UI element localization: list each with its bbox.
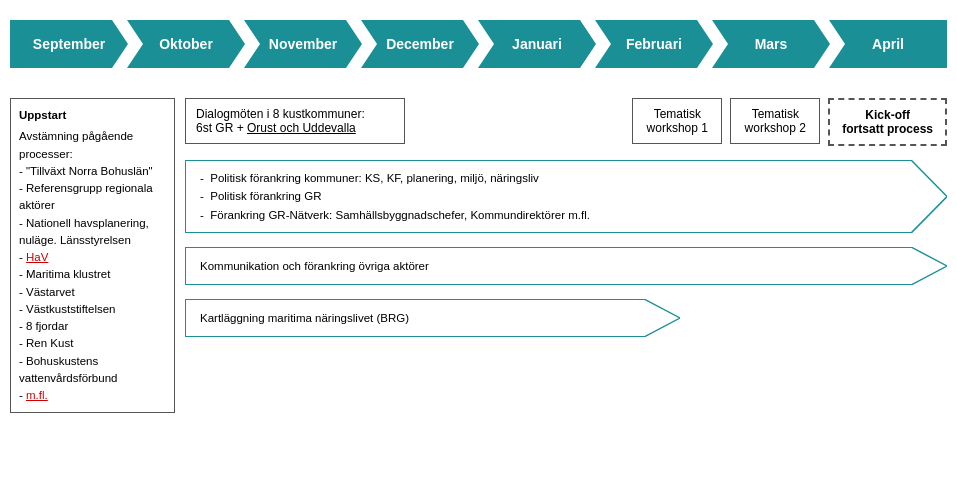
- arrow1-svg: [911, 160, 947, 233]
- left-box-item-1: - Referensgrupp regionala aktörer: [19, 180, 166, 215]
- timeline-item-april: April: [829, 20, 947, 68]
- workshop1-line1: Tematisk: [645, 107, 709, 121]
- timeline-item-oktober: Oktober: [127, 20, 245, 68]
- left-box-item-3: - HaV: [19, 249, 166, 266]
- workshop1-box: Tematisk workshop 1: [632, 98, 722, 144]
- timeline-item-februari: Februari: [595, 20, 713, 68]
- arrow3: Kartläggning maritima näringslivet (BRG): [185, 299, 680, 337]
- left-box-item-4: - Maritima klustret: [19, 266, 166, 283]
- arrow1-item2: - Förankring GR-Nätverk: Samhällsbyggnad…: [200, 206, 897, 224]
- workshop2-line1: Tematisk: [743, 107, 807, 121]
- left-box: Uppstart Avstämning pågående processer: …: [10, 98, 175, 413]
- left-box-item-8: - Ren Kust: [19, 335, 166, 352]
- workshop2-line2: workshop 2: [743, 121, 807, 135]
- right-content: Dialogmöten i 8 kustkommuner: 6st GR + O…: [185, 98, 947, 341]
- timeline-item-december: December: [361, 20, 479, 68]
- arrow1-point: [911, 160, 947, 233]
- timeline-item-november: November: [244, 20, 362, 68]
- arrow2: Kommunikation och förankring övriga aktö…: [185, 247, 947, 285]
- workshop2-box: Tematisk workshop 2: [730, 98, 820, 144]
- arrow2-svg: [911, 247, 947, 285]
- arrow1-item0: - Politisk förankring kommuner: KS, KF, …: [200, 169, 897, 187]
- kickoff-line2: fortsatt process: [842, 122, 933, 136]
- dialog-line2: 6st GR + Orust och Uddevalla: [196, 121, 394, 135]
- left-box-item-0: - "Tillväxt Norra Bohuslän": [19, 163, 166, 180]
- arrow1-item1: - Politisk förankring GR: [200, 187, 897, 205]
- left-box-item-7: - 8 fjordar: [19, 318, 166, 335]
- arrow2-body: Kommunikation och förankring övriga aktö…: [185, 247, 911, 285]
- left-box-item-10: - m.fl.: [19, 387, 166, 404]
- dialog-box: Dialogmöten i 8 kustkommuner: 6st GR + O…: [185, 98, 405, 144]
- workshop1-line2: workshop 1: [645, 121, 709, 135]
- timeline-container: September Oktober November December Janu…: [0, 0, 957, 78]
- left-box-item-6: - Västkuststiftelsen: [19, 301, 166, 318]
- left-box-title: Uppstart: [19, 107, 166, 124]
- left-box-subtitle: Avstämning pågående processer:: [19, 128, 166, 163]
- arrow3-point: [644, 299, 680, 337]
- left-box-item-9: - Bohuskustens vattenvårdsförbund: [19, 353, 166, 388]
- arrow1: - Politisk förankring kommuner: KS, KF, …: [185, 160, 947, 233]
- arrow1-body: - Politisk förankring kommuner: KS, KF, …: [185, 160, 911, 233]
- timeline: September Oktober November December Janu…: [10, 20, 947, 68]
- kickoff-line1: Kick-off: [842, 108, 933, 122]
- timeline-item-september: September: [10, 20, 128, 68]
- hav-link[interactable]: HaV: [26, 251, 48, 263]
- arrow2-point: [911, 247, 947, 285]
- arrow2-text: Kommunikation och förankring övriga aktö…: [200, 257, 429, 275]
- arrow3-body: Kartläggning maritima näringslivet (BRG): [185, 299, 644, 337]
- arrow3-text: Kartläggning maritima näringslivet (BRG): [200, 309, 409, 327]
- dialog-line1: Dialogmöten i 8 kustkommuner:: [196, 107, 394, 121]
- kickoff-box: Kick-off fortsatt process: [828, 98, 947, 146]
- timeline-item-januari: Januari: [478, 20, 596, 68]
- left-box-item-2: - Nationell havsplanering, nuläge. Länss…: [19, 215, 166, 250]
- arrow3-svg: [644, 299, 680, 337]
- timeline-item-mars: Mars: [712, 20, 830, 68]
- content-area: Uppstart Avstämning pågående processer: …: [0, 78, 957, 423]
- left-box-item-5: - Västarvet: [19, 284, 166, 301]
- top-row: Dialogmöten i 8 kustkommuner: 6st GR + O…: [185, 98, 947, 146]
- mfl-link[interactable]: m.fl.: [26, 389, 48, 401]
